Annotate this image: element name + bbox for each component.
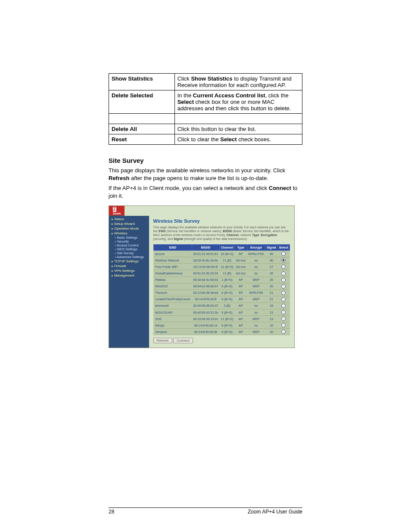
nav-item[interactable]: Management	[109, 273, 149, 278]
column-header: Select	[277, 245, 290, 251]
nav-item[interactable]: Advanced Settings	[109, 255, 149, 259]
nav-item[interactable]: TCP/IP Settings	[109, 259, 149, 264]
option-description: Click to clear the Select check boxes.	[174, 134, 302, 145]
network-row: ancore00:01:31:49:01:8110 (B+G)APWPA2-PS…	[153, 251, 290, 257]
embedded-screenshot: Zzoom StatusSetup WizardOperation ModeWi…	[109, 205, 295, 348]
page-number: 28	[109, 509, 114, 515]
options-description-table: Show StatisticsClick Show Statistics to …	[109, 73, 302, 145]
option-name: Delete Selected	[109, 90, 175, 114]
nav-item[interactable]: Wireless	[109, 231, 149, 236]
network-row: Simpson00:14:bf:f0:d6:366 (B+G)APWEP10	[153, 329, 290, 335]
option-description: Click this button to clear the list.	[174, 124, 302, 134]
column-header: Channel	[219, 245, 234, 251]
select-radio[interactable]	[277, 329, 290, 335]
select-radio[interactable]	[277, 302, 290, 309]
network-row: GlobalDataWireless00:0c:41:30:20:3411 (B…	[153, 270, 290, 277]
network-row: MAJDOZ00:04:e2:96:a0:076 (B+G)APWEP26	[153, 283, 290, 289]
select-radio[interactable]	[277, 264, 290, 270]
nav-item[interactable]: Setup Wizard	[109, 221, 149, 226]
column-header: Encrypt	[247, 245, 265, 251]
nav-item[interactable]: Security	[109, 240, 149, 243]
select-radio[interactable]	[277, 322, 290, 329]
network-row: Thunson00:12:0e:08:3a:ea6 (B+G)APWPA-PSK…	[153, 289, 290, 296]
panel-description: This page displays the available wireles…	[153, 225, 290, 241]
option-name: Show Statistics	[109, 74, 175, 90]
network-row: airemedel00:40:96:08:04:373 (B)APno18	[153, 302, 290, 309]
network-row: LedaAtTheOPrettyColors!00:14:f0:f3:b0:ff…	[153, 296, 290, 302]
select-radio[interactable]	[277, 270, 290, 277]
network-row: 842413144000:e0:90:43:31:3b6 (B+G)APno13	[153, 309, 290, 316]
option-name: Delete All	[109, 124, 175, 134]
select-radio[interactable]	[277, 277, 290, 283]
column-header: Signal	[265, 245, 278, 251]
sidebar-nav[interactable]: StatusSetup WizardOperation ModeWireless…	[109, 216, 149, 348]
select-radio[interactable]	[277, 296, 290, 302]
network-row: SHS00:16:b6:30:10:ec11 (B+G)APWEP13	[153, 316, 290, 322]
refresh-button[interactable]: Refresh	[153, 338, 172, 343]
connect-button[interactable]: Connect	[173, 338, 193, 343]
select-radio[interactable]	[277, 289, 290, 296]
column-header: SSID	[153, 245, 192, 251]
panel-title: Wireless Site Survey	[153, 218, 290, 224]
column-header: BSSID	[192, 245, 219, 251]
zoom-logo: Zzoom	[109, 206, 125, 216]
nav-item[interactable]: WDS Settings	[109, 247, 149, 251]
option-description: In the Current Access Control list, clic…	[174, 90, 302, 114]
page-footer: 28 Zoom AP+4 User Guide	[109, 507, 302, 515]
select-radio[interactable]	[277, 257, 290, 264]
footer-title: Zoom AP+4 User Guide	[248, 509, 302, 515]
nav-item[interactable]: Operation Mode	[109, 226, 149, 231]
nav-item[interactable]: Site Survey	[109, 251, 149, 255]
network-row: Plateau00:30:ab:3c:00:031 (B+G)APWEP26	[153, 277, 290, 283]
select-radio[interactable]	[277, 309, 290, 316]
section-heading-site-survey: Site Survey	[109, 157, 302, 164]
select-radio[interactable]	[277, 251, 290, 257]
column-header: Type	[235, 245, 247, 251]
select-radio[interactable]	[277, 283, 290, 289]
site-survey-paragraph-1: This page displays the available wireles…	[109, 167, 302, 182]
network-row: linksys00:14:bf:f0:e0:146 (B+G)APno10	[153, 322, 290, 329]
nav-item[interactable]: Status	[109, 217, 149, 221]
option-name: Reset	[109, 134, 175, 145]
nav-item[interactable]: Access Control	[109, 243, 149, 247]
nav-item[interactable]: VPN Settings	[109, 268, 149, 273]
site-survey-results-table: SSIDBSSIDChannelTypeEncryptSignalSelect …	[153, 244, 290, 335]
network-row: Wireless Network00:02:9c:8c:2a:4e11 (B)A…	[153, 257, 290, 264]
network-row: Free Public WiFi02:13:02:00:09:df11 (B+G…	[153, 264, 290, 270]
select-radio[interactable]	[277, 316, 290, 322]
option-description: Click Show Statistics to display Transmi…	[174, 74, 302, 90]
site-survey-paragraph-2: If the AP+4 is in Client mode, you can s…	[109, 184, 302, 199]
nav-item[interactable]: Firewall	[109, 264, 149, 268]
nav-item[interactable]: Basic Settings	[109, 236, 149, 240]
